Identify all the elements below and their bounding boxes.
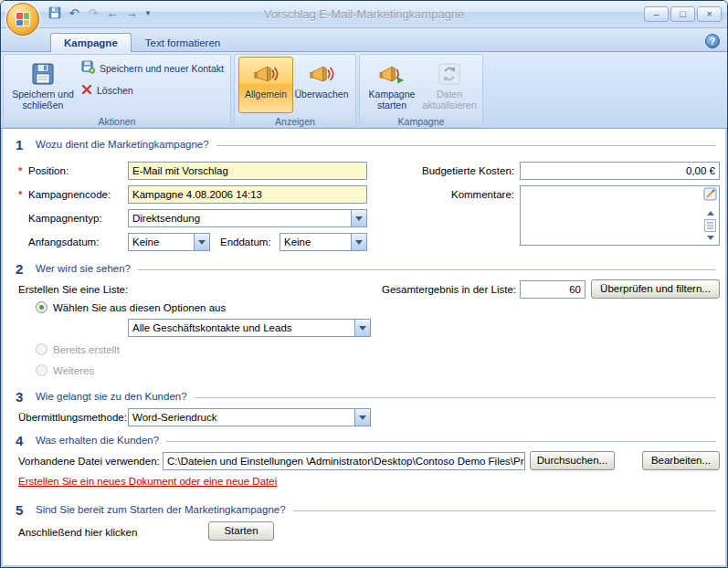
recipient-list-value: Alle Geschäftskontakte und Leads [129,320,354,336]
delete-label: Löschen [97,85,133,96]
allgemein-button[interactable]: Allgemein [238,57,293,113]
chevron-down-icon[interactable] [354,320,370,336]
budget-input[interactable]: 0,00 € [520,162,720,180]
section-5-header: 5 Sind Sie bereit zum Starten der Market… [16,501,716,518]
kampagne-starten-label: Kampagne starten [365,89,418,110]
section-5-number: 5 [16,502,36,518]
start-date-select[interactable]: Keine [128,233,210,251]
chevron-down-icon[interactable] [354,409,370,426]
section-1-number: 1 [16,137,36,153]
radio-select-options[interactable] [36,301,47,313]
ribbon-group-kampagne: Kampagne starten Daten aktualisieren Kam… [359,54,483,128]
section-divider [216,145,716,146]
end-date-select[interactable]: Keine [280,233,367,251]
section-3-title: Wie gelangt sie zu den Kunden? [36,391,187,402]
section-4-header: 4 Was erhalten die Kunden? [16,432,716,448]
radio-already-created-label: Bereits erstellt [53,341,120,359]
edit-button[interactable]: Bearbeiten... [642,451,720,470]
campaign-form: 1 Wozu dient die Marketingkampagne? * Po… [1,129,727,567]
daten-aktualisieren-label: Daten aktualisieren [422,89,477,110]
section-1-header: 1 Wozu dient die Marketingkampagne? [16,136,716,153]
comments-scrollbar [702,187,718,244]
section-divider [138,269,716,270]
end-date-value: Keine [280,234,351,250]
tab-text-formatieren[interactable]: Text formatieren [132,33,234,52]
campaign-type-select[interactable]: Direktsendung [128,209,367,227]
group-label-anzeigen: Anzeigen [235,115,355,128]
window-title: Vorschlag E-Mail-Marketingkampagne [1,1,727,28]
radio-select-options-label: Wählen Sie aus diesen Optionen aus [53,299,226,317]
section-5-title: Sind Sie bereit zum Starten der Marketin… [36,504,286,515]
scroll-up-icon[interactable] [703,207,717,219]
section-2-title: Wer wird sie sehen? [36,263,131,274]
chevron-down-icon[interactable] [351,210,366,226]
ueberwachen-button[interactable]: Überwachen [293,57,350,113]
section-2-header: 2 Wer wird sie sehen? [16,260,716,277]
click-here-label: Anschließend hier klicken [18,523,137,542]
group-label-aktionen: Aktionen [4,115,230,128]
position-input[interactable]: E-Mail mit Vorschlag [128,162,367,180]
section-divider [195,397,716,398]
end-date-label: Enddatum: [220,233,271,251]
minimize-button[interactable]: – [644,6,669,22]
office-logo-icon [16,12,30,26]
ribbon: Speichern und schließen Speichern und ne… [1,52,727,129]
radio-already-created [36,343,47,355]
start-date-value: Keine [129,234,194,250]
ueberwachen-label: Überwachen [295,89,349,100]
scroll-down-icon[interactable] [703,232,717,244]
megaphone-icon [253,59,279,89]
comments-label: Kommentare: [396,185,514,204]
ribbon-tab-row: Kampagne Text formatieren ? [1,28,727,52]
help-button[interactable]: ? [705,34,720,48]
section-3-header: 3 Wie gelangt sie zu den Kunden? [16,388,716,405]
office-button[interactable] [6,3,39,36]
start-button[interactable]: Starten [208,521,274,541]
delivery-method-label: Übermittlungsmethode: [18,408,127,426]
radio-other-label: Weiteres [53,362,94,380]
required-marker-code: * [18,185,22,204]
section-4-number: 4 [16,433,36,448]
section-1-title: Wozu dient die Marketingkampagne? [36,139,209,150]
group-label-kampagne: Kampagne [360,115,482,128]
tab-kampagne[interactable]: Kampagne [50,33,132,52]
browse-button[interactable]: Durchsuchen... [530,451,615,470]
campaign-type-label: Kampagnentyp: [28,209,102,227]
section-divider [293,510,716,511]
section-2-number: 2 [16,261,36,277]
section-3-number: 3 [16,389,36,405]
save-new-contact-icon [81,60,95,76]
comments-expand-icon[interactable] [703,187,717,201]
delivery-method-select[interactable]: Word-Seriendruck [128,408,371,426]
recipient-list-select[interactable]: Alle Geschäftskontakte und Leads [128,319,371,337]
scroll-lines-icon[interactable] [704,219,716,232]
delete-icon [81,84,92,97]
save-and-close-button[interactable]: Speichern und schließen [7,57,79,113]
chevron-down-icon[interactable] [351,234,366,250]
comments-textarea[interactable] [520,185,720,246]
campaign-code-input[interactable]: Kampagne 4.08.2006 14:13 [128,185,367,204]
start-campaign-icon [379,59,405,89]
titlebar: ↶ ↷ ← → ▾ Vorschlag E-Mail-Marketingkamp… [1,1,727,28]
list-total-input[interactable]: 60 [520,280,586,299]
maximize-button[interactable]: □ [670,6,695,22]
create-new-document-link[interactable]: Erstellen Sie ein neues Dokument oder ei… [18,476,277,487]
ribbon-group-aktionen: Speichern und schließen Speichern und ne… [3,54,231,128]
daten-aktualisieren-button: Daten aktualisieren [420,57,479,113]
existing-file-label: Vorhandene Datei verwenden: [18,452,160,470]
section-divider [166,441,716,442]
save-and-new-contact-button[interactable]: Speichern und neuer Kontakt [79,59,227,77]
app-window: ↶ ↷ ← → ▾ Vorschlag E-Mail-Marketingkamp… [0,0,728,568]
ribbon-group-anzeigen: Allgemein Überwachen Anzeigen [234,54,356,128]
kampagne-starten-button[interactable]: Kampagne starten [364,57,420,113]
campaign-code-label: Kampagnencode: [28,185,111,204]
existing-file-input[interactable]: C:\Dateien und Einstellungen \Administra… [163,452,525,470]
megaphone-monitor-icon [309,59,334,89]
review-filter-button[interactable]: Überprüfen und filtern... [591,279,720,299]
budget-label: Budgetierte Kosten: [396,162,514,180]
close-button[interactable]: × [697,6,722,22]
save-close-icon [31,59,55,89]
delete-button[interactable]: Löschen [79,83,227,98]
create-list-label: Erstellen Sie eine Liste: [18,280,128,299]
chevron-down-icon[interactable] [194,234,209,250]
